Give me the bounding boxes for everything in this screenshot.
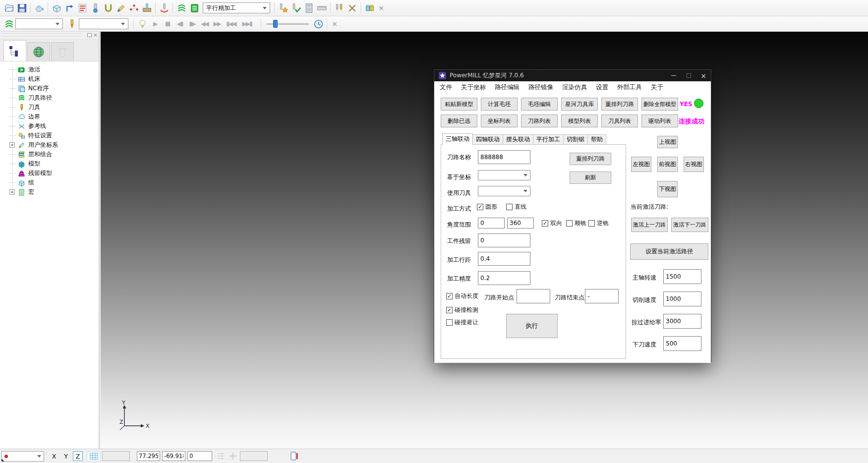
teapot-icon[interactable] bbox=[33, 1, 46, 14]
menu-coords[interactable]: 关于坐标 bbox=[457, 81, 490, 93]
reorder-button[interactable]: 重排列刀路 bbox=[570, 153, 611, 165]
circle-checkbox[interactable]: ✓圆形 bbox=[477, 203, 497, 211]
pause-button[interactable]: ▮▮ bbox=[161, 20, 174, 27]
ruler-icon[interactable] bbox=[315, 1, 328, 14]
menu-external-tools[interactable]: 外部工具 bbox=[613, 81, 646, 93]
expand-icon[interactable]: + bbox=[9, 189, 15, 195]
drive-list-button[interactable]: 驱动列表 bbox=[641, 115, 678, 127]
coord-x-input[interactable] bbox=[137, 451, 160, 461]
tool-pair-icon[interactable] bbox=[333, 1, 346, 14]
tree-item-boundaries[interactable]: 边界 bbox=[0, 112, 99, 121]
tree-item-nc-program[interactable]: NC程序 bbox=[0, 84, 99, 93]
tree-item-workplanes[interactable]: +用户坐标系 bbox=[0, 140, 99, 150]
collision-avoid-checkbox[interactable]: 碰撞避让 bbox=[446, 318, 478, 327]
tool-arc-icon[interactable] bbox=[158, 1, 171, 14]
tab-explorer-tree[interactable] bbox=[3, 40, 26, 61]
cylinders-icon[interactable] bbox=[363, 1, 376, 14]
block-model-icon[interactable] bbox=[50, 1, 63, 14]
step-back-button[interactable]: ◀▮ bbox=[174, 20, 186, 27]
plunge-speed-input[interactable] bbox=[663, 336, 701, 351]
expand-icon[interactable]: + bbox=[9, 142, 15, 148]
base-coord-select[interactable] bbox=[478, 170, 530, 180]
maximize-button[interactable] bbox=[681, 70, 696, 81]
use-tool-select[interactable] bbox=[478, 186, 530, 196]
dialog-titlebar[interactable]: PowerMILL 忆梦星河 7.0.6 × bbox=[434, 70, 711, 81]
coord-list-button[interactable]: 坐标列表 bbox=[481, 115, 518, 127]
clock-icon[interactable] bbox=[312, 17, 325, 30]
block-edit-button[interactable]: 毛坯编辑 bbox=[521, 98, 558, 111]
angle-from-input[interactable] bbox=[478, 218, 505, 229]
go-end-button[interactable]: ▶▶▮ bbox=[239, 20, 255, 27]
tool-star-icon[interactable] bbox=[277, 1, 289, 14]
menu-about[interactable]: 关于 bbox=[646, 81, 668, 93]
set-active-path-button[interactable]: 设置当前激活路径 bbox=[630, 243, 708, 260]
tab-globe[interactable] bbox=[27, 42, 50, 61]
toolpath-arrow-icon[interactable] bbox=[63, 1, 76, 14]
main-toolbar-close-button[interactable]: × bbox=[376, 4, 387, 12]
menu-path-mirror[interactable]: 路径镜像 bbox=[524, 81, 558, 93]
view-left-button[interactable]: 左视图 bbox=[631, 157, 651, 172]
panel-header[interactable]: × bbox=[0, 32, 99, 40]
fast-forward-button[interactable]: ▶▶ bbox=[211, 20, 223, 27]
activate-next-toolpath-button[interactable]: 激活下一刀路 bbox=[671, 218, 708, 232]
end-point-input[interactable] bbox=[585, 289, 619, 303]
play-button[interactable]: ▶ bbox=[149, 20, 161, 27]
tab-saw[interactable]: 切割锯 bbox=[564, 134, 588, 145]
close-button[interactable]: × bbox=[696, 70, 711, 81]
skim-feed-input[interactable] bbox=[663, 314, 701, 329]
u-curve-icon[interactable] bbox=[102, 1, 115, 14]
powermill-spring-icon[interactable] bbox=[2, 17, 15, 30]
toolpath-list-icon[interactable] bbox=[188, 1, 201, 14]
axis-z-button[interactable]: Z bbox=[73, 451, 83, 461]
clipboard-sim-icon[interactable] bbox=[290, 452, 298, 461]
cutting-speed-input[interactable] bbox=[663, 291, 701, 306]
stepover-input[interactable] bbox=[478, 252, 530, 266]
tree-item-groups[interactable]: 组 bbox=[0, 178, 99, 187]
slider-thumb[interactable] bbox=[273, 20, 278, 28]
view-top-button[interactable]: 上视图 bbox=[657, 136, 678, 148]
powermill-spring-icon[interactable] bbox=[175, 1, 188, 14]
execute-button[interactable]: 执行 bbox=[506, 314, 558, 338]
climb-mill-checkbox[interactable]: 顺铣 bbox=[566, 219, 586, 228]
tree-item-tools[interactable]: 刀具 bbox=[0, 103, 99, 112]
menu-render-sim[interactable]: 渲染仿真 bbox=[558, 81, 591, 93]
tab-3axis[interactable]: 三轴联动 bbox=[442, 133, 473, 145]
gold-tool-icon[interactable] bbox=[66, 17, 79, 30]
stock-allowance-input[interactable] bbox=[478, 233, 530, 247]
sim-toolpath-dropdown[interactable] bbox=[15, 18, 63, 29]
ball-tool-icon[interactable] bbox=[89, 1, 102, 14]
save-icon[interactable] bbox=[15, 1, 28, 14]
sim-toolbar-close-button[interactable]: × bbox=[329, 20, 340, 28]
grid-size-input[interactable] bbox=[102, 451, 130, 461]
tool-library-button[interactable]: 星河刀具库 bbox=[561, 98, 598, 111]
tool-list-button[interactable]: 刀具列表 bbox=[601, 115, 638, 127]
reorder-toolpaths-button[interactable]: 重排列刀路 bbox=[601, 98, 638, 111]
paste-new-model-button[interactable]: 粘贴新模型 bbox=[441, 98, 477, 111]
go-start-button[interactable]: ▮◀◀ bbox=[223, 20, 239, 27]
tab-help[interactable]: 帮助 bbox=[588, 134, 606, 145]
minimize-button[interactable] bbox=[666, 70, 681, 81]
coord-y-input[interactable] bbox=[162, 451, 185, 461]
menu-file[interactable]: 文件 bbox=[435, 81, 457, 93]
angle-to-input[interactable] bbox=[507, 218, 534, 229]
toolpath-name-input[interactable] bbox=[478, 150, 530, 164]
tree-item-models[interactable]: 模型 bbox=[0, 159, 99, 169]
rewind-button[interactable]: ◀◀ bbox=[198, 20, 211, 27]
calculator-icon[interactable] bbox=[302, 1, 315, 14]
tree-item-levels-sets[interactable]: 层和组合 bbox=[0, 150, 99, 159]
refresh-button[interactable]: 刷新 bbox=[570, 172, 611, 184]
spindle-speed-input[interactable] bbox=[663, 269, 701, 284]
tree-item-activate[interactable]: 激活 bbox=[0, 65, 99, 74]
open-folder-icon[interactable] bbox=[2, 1, 15, 14]
coord-z-input[interactable] bbox=[187, 451, 212, 461]
tree-item-machine[interactable]: 机床 bbox=[0, 74, 99, 84]
line-checkbox[interactable]: 直线 bbox=[506, 203, 526, 211]
toolpath-list-button[interactable]: 刀路列表 bbox=[521, 115, 558, 127]
bidirectional-checkbox[interactable]: ✓双向 bbox=[542, 219, 562, 228]
menu-path-edit[interactable]: 路径编辑 bbox=[490, 81, 524, 93]
tolerance-readout-input[interactable] bbox=[240, 451, 268, 461]
model-list-button[interactable]: 模型列表 bbox=[561, 115, 598, 127]
lightbulb-icon[interactable] bbox=[136, 17, 149, 30]
auto-length-checkbox[interactable]: ✓自动长度 bbox=[446, 292, 478, 300]
locate-compass-icon[interactable] bbox=[229, 452, 237, 460]
